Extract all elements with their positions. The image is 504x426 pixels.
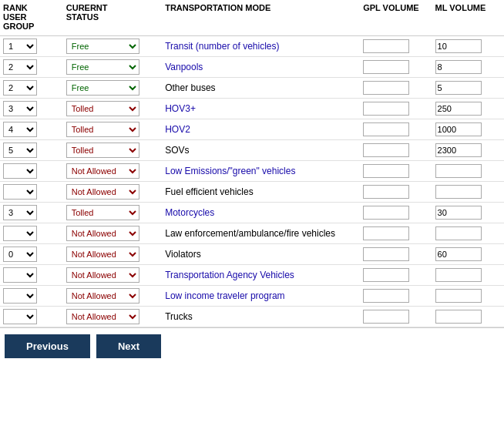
mode-cell: SOVs bbox=[162, 140, 360, 161]
previous-button[interactable]: Previous bbox=[5, 334, 90, 358]
rank-select[interactable]: 012345678910 bbox=[3, 163, 37, 179]
next-button[interactable]: Next bbox=[96, 334, 161, 358]
rank-cell: 012345678910 bbox=[0, 286, 63, 307]
ml-input[interactable] bbox=[435, 268, 482, 282]
gpl-input[interactable] bbox=[363, 247, 409, 261]
table-row: 012345678910FreeTolledNot AllowedLaw enf… bbox=[0, 223, 504, 244]
rank-select[interactable]: 012345678910 bbox=[3, 39, 37, 54]
ml-input[interactable] bbox=[435, 289, 482, 303]
table-row: 012345678910FreeTolledNot AllowedTransit… bbox=[0, 36, 504, 57]
gpl-cell bbox=[360, 161, 432, 182]
ml-input[interactable] bbox=[435, 102, 482, 116]
gpl-input[interactable] bbox=[363, 310, 409, 324]
ml-input[interactable] bbox=[435, 143, 482, 157]
gpl-input[interactable] bbox=[363, 206, 409, 220]
gpl-input[interactable] bbox=[363, 143, 409, 157]
mode-cell: Transportation Agency Vehicles bbox=[162, 265, 360, 286]
ml-input[interactable] bbox=[435, 164, 482, 178]
rank-select[interactable]: 012345678910 bbox=[3, 101, 37, 116]
gpl-cell bbox=[360, 286, 432, 307]
ml-input[interactable] bbox=[435, 60, 482, 74]
rank-select[interactable]: 012345678910 bbox=[3, 226, 37, 241]
rank-cell: 012345678910 bbox=[0, 57, 63, 78]
table-row: 012345678910FreeTolledNot AllowedHOV3+ bbox=[0, 99, 504, 119]
gpl-input[interactable] bbox=[363, 268, 409, 282]
gpl-input[interactable] bbox=[363, 102, 409, 116]
rank-select[interactable]: 012345678910 bbox=[3, 143, 37, 158]
gpl-cell bbox=[360, 140, 432, 161]
rank-cell: 012345678910 bbox=[0, 244, 63, 265]
mode-cell: Law enforcement/ambulance/fire vehicles bbox=[162, 223, 360, 244]
status-select[interactable]: FreeTolledNot Allowed bbox=[66, 101, 139, 116]
rank-select[interactable]: 012345678910 bbox=[3, 309, 37, 324]
status-select[interactable]: FreeTolledNot Allowed bbox=[66, 288, 139, 304]
ml-input[interactable] bbox=[435, 39, 482, 53]
status-select[interactable]: FreeTolledNot Allowed bbox=[66, 143, 139, 158]
mode-cell: Low Emissions/"green" vehicles bbox=[162, 161, 360, 182]
gpl-input[interactable] bbox=[363, 81, 409, 95]
status-select[interactable]: FreeTolledNot Allowed bbox=[66, 309, 139, 324]
gpl-cell bbox=[360, 223, 432, 244]
header-status: CURERNTSTATUS bbox=[63, 0, 162, 36]
status-select[interactable]: FreeTolledNot Allowed bbox=[66, 163, 139, 179]
ml-cell bbox=[432, 57, 504, 78]
ml-cell bbox=[432, 223, 504, 244]
rank-cell: 012345678910 bbox=[0, 78, 63, 99]
rank-select[interactable]: 012345678910 bbox=[3, 80, 37, 96]
rank-cell: 012345678910 bbox=[0, 203, 63, 223]
status-select[interactable]: FreeTolledNot Allowed bbox=[66, 267, 139, 283]
ml-input[interactable] bbox=[435, 247, 482, 261]
transportation-table: RANKUSERGROUP CURERNTSTATUS TRANSPORTATI… bbox=[0, 0, 504, 327]
rank-select[interactable]: 012345678910 bbox=[3, 267, 37, 283]
status-select[interactable]: FreeTolledNot Allowed bbox=[66, 59, 139, 75]
table-row: 012345678910FreeTolledNot AllowedOther b… bbox=[0, 78, 504, 99]
gpl-input[interactable] bbox=[363, 39, 409, 53]
ml-input[interactable] bbox=[435, 310, 482, 324]
rank-select[interactable]: 012345678910 bbox=[3, 59, 37, 75]
status-cell: FreeTolledNot Allowed bbox=[63, 161, 162, 182]
status-cell: FreeTolledNot Allowed bbox=[63, 265, 162, 286]
rank-select[interactable]: 012345678910 bbox=[3, 122, 37, 137]
status-cell: FreeTolledNot Allowed bbox=[63, 244, 162, 265]
table-row: 012345678910FreeTolledNot AllowedFuel ef… bbox=[0, 182, 504, 203]
mode-cell: Low income traveler program bbox=[162, 286, 360, 307]
gpl-cell bbox=[360, 99, 432, 119]
ml-input[interactable] bbox=[435, 81, 482, 95]
table-row: 012345678910FreeTolledNot AllowedVanpool… bbox=[0, 57, 504, 78]
status-select[interactable]: FreeTolledNot Allowed bbox=[66, 247, 139, 262]
rank-select[interactable]: 012345678910 bbox=[3, 184, 37, 200]
rank-select[interactable]: 012345678910 bbox=[3, 247, 37, 262]
rank-cell: 012345678910 bbox=[0, 161, 63, 182]
status-select[interactable]: FreeTolledNot Allowed bbox=[66, 122, 139, 137]
rank-cell: 012345678910 bbox=[0, 140, 63, 161]
ml-input[interactable] bbox=[435, 226, 482, 240]
rank-cell: 012345678910 bbox=[0, 182, 63, 203]
status-select[interactable]: FreeTolledNot Allowed bbox=[66, 205, 139, 220]
gpl-input[interactable] bbox=[363, 185, 409, 199]
rank-select[interactable]: 012345678910 bbox=[3, 288, 37, 304]
status-select[interactable]: FreeTolledNot Allowed bbox=[66, 39, 139, 54]
status-select[interactable]: FreeTolledNot Allowed bbox=[66, 184, 139, 200]
rank-select[interactable]: 012345678910 bbox=[3, 205, 37, 220]
rank-cell: 012345678910 bbox=[0, 307, 63, 327]
ml-cell bbox=[432, 99, 504, 119]
ml-cell bbox=[432, 119, 504, 140]
gpl-input[interactable] bbox=[363, 60, 409, 74]
status-select[interactable]: FreeTolledNot Allowed bbox=[66, 226, 139, 241]
gpl-input[interactable] bbox=[363, 164, 409, 178]
status-cell: FreeTolledNot Allowed bbox=[63, 182, 162, 203]
mode-cell: Trucks bbox=[162, 307, 360, 327]
gpl-input[interactable] bbox=[363, 226, 409, 240]
ml-input[interactable] bbox=[435, 122, 482, 136]
ml-input[interactable] bbox=[435, 206, 482, 220]
table-row: 012345678910FreeTolledNot AllowedMotorcy… bbox=[0, 203, 504, 223]
rank-cell: 012345678910 bbox=[0, 99, 63, 119]
ml-input[interactable] bbox=[435, 185, 482, 199]
table-row: 012345678910FreeTolledNot AllowedSOVs bbox=[0, 140, 504, 161]
gpl-cell bbox=[360, 307, 432, 327]
gpl-cell bbox=[360, 182, 432, 203]
status-select[interactable]: FreeTolledNot Allowed bbox=[66, 80, 139, 96]
gpl-input[interactable] bbox=[363, 122, 409, 136]
status-cell: FreeTolledNot Allowed bbox=[63, 140, 162, 161]
gpl-input[interactable] bbox=[363, 289, 409, 303]
